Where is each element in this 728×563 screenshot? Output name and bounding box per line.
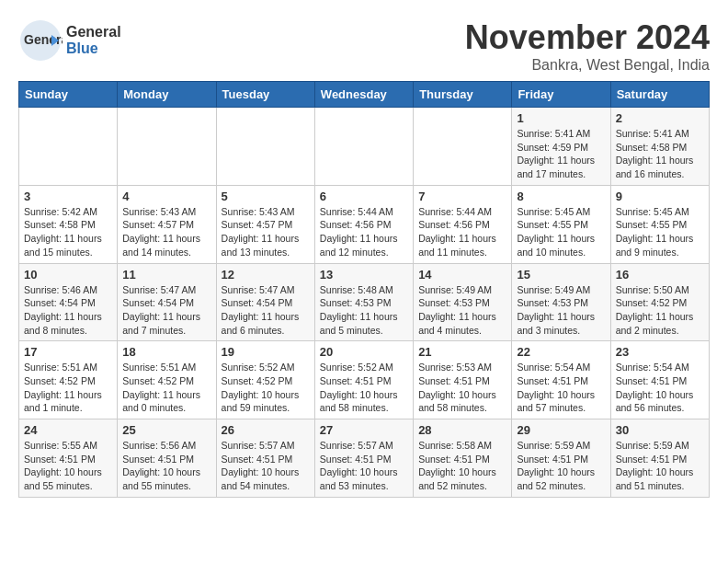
day-number: 6 <box>320 190 408 203</box>
calendar-table: Sunday Monday Tuesday Wednesday Thursday… <box>18 81 710 498</box>
day-info: Sunrise: 5:59 AMSunset: 4:51 PMDaylight:… <box>517 439 605 493</box>
calendar-cell: 21Sunrise: 5:53 AMSunset: 4:51 PMDayligh… <box>414 341 512 419</box>
calendar-cell: 24Sunrise: 5:55 AMSunset: 4:51 PMDayligh… <box>19 419 118 498</box>
day-number: 8 <box>517 190 605 203</box>
calendar-cell: 3Sunrise: 5:42 AMSunset: 4:58 PMDaylight… <box>19 185 118 263</box>
day-info: Sunrise: 5:57 AMSunset: 4:51 PMDaylight:… <box>222 439 310 493</box>
day-number: 16 <box>616 268 704 282</box>
day-info: Sunrise: 5:50 AMSunset: 4:52 PMDaylight:… <box>616 283 704 338</box>
day-info: Sunrise: 5:41 AMSunset: 4:58 PMDaylight:… <box>616 127 704 181</box>
day-info: Sunrise: 5:43 AMSunset: 4:57 PMDaylight:… <box>222 205 310 259</box>
calendar-cell <box>118 108 216 186</box>
calendar-cell: 11Sunrise: 5:47 AMSunset: 4:54 PMDayligh… <box>118 263 216 341</box>
col-monday: Monday <box>118 82 216 108</box>
calendar-header-row: Sunday Monday Tuesday Wednesday Thursday… <box>19 82 710 108</box>
calendar-week-row: 17Sunrise: 5:51 AMSunset: 4:52 PMDayligh… <box>19 341 710 419</box>
calendar-week-row: 1Sunrise: 5:41 AMSunset: 4:59 PMDaylight… <box>19 108 710 186</box>
calendar-cell: 8Sunrise: 5:45 AMSunset: 4:55 PMDaylight… <box>512 185 610 263</box>
day-info: Sunrise: 5:59 AMSunset: 4:51 PMDaylight:… <box>616 439 704 493</box>
day-info: Sunrise: 5:49 AMSunset: 4:53 PMDaylight:… <box>418 283 506 338</box>
calendar-week-row: 10Sunrise: 5:46 AMSunset: 4:54 PMDayligh… <box>19 263 710 341</box>
calendar-cell: 13Sunrise: 5:48 AMSunset: 4:53 PMDayligh… <box>314 263 413 341</box>
day-number: 29 <box>517 423 605 437</box>
calendar-cell: 17Sunrise: 5:51 AMSunset: 4:52 PMDayligh… <box>19 341 118 419</box>
day-number: 26 <box>222 423 310 437</box>
day-info: Sunrise: 5:44 AMSunset: 4:56 PMDaylight:… <box>418 205 506 259</box>
calendar-cell: 4Sunrise: 5:43 AMSunset: 4:57 PMDaylight… <box>118 185 216 263</box>
day-number: 19 <box>222 345 310 359</box>
day-info: Sunrise: 5:54 AMSunset: 4:51 PMDaylight:… <box>517 361 605 415</box>
day-info: Sunrise: 5:52 AMSunset: 4:52 PMDaylight:… <box>222 361 310 415</box>
day-number: 12 <box>222 268 310 282</box>
day-number: 3 <box>24 190 112 203</box>
calendar-cell: 5Sunrise: 5:43 AMSunset: 4:57 PMDaylight… <box>216 185 314 263</box>
day-info: Sunrise: 5:52 AMSunset: 4:51 PMDaylight:… <box>320 361 408 415</box>
day-info: Sunrise: 5:47 AMSunset: 4:54 PMDaylight:… <box>222 283 310 338</box>
day-info: Sunrise: 5:43 AMSunset: 4:57 PMDaylight:… <box>122 205 210 259</box>
page-container: General General Blue November 2024 Bankr… <box>0 0 728 507</box>
col-saturday: Saturday <box>610 82 709 108</box>
day-number: 14 <box>418 268 506 282</box>
day-info: Sunrise: 5:56 AMSunset: 4:51 PMDaylight:… <box>122 439 210 493</box>
day-number: 2 <box>616 111 704 125</box>
day-info: Sunrise: 5:41 AMSunset: 4:59 PMDaylight:… <box>517 127 605 181</box>
day-number: 4 <box>122 190 210 203</box>
day-number: 11 <box>122 268 210 282</box>
day-info: Sunrise: 5:48 AMSunset: 4:53 PMDaylight:… <box>320 283 408 338</box>
calendar-cell: 12Sunrise: 5:47 AMSunset: 4:54 PMDayligh… <box>216 263 314 341</box>
calendar-week-row: 3Sunrise: 5:42 AMSunset: 4:58 PMDaylight… <box>19 185 710 263</box>
calendar-cell: 14Sunrise: 5:49 AMSunset: 4:53 PMDayligh… <box>414 263 512 341</box>
logo: General General Blue <box>18 18 121 63</box>
col-wednesday: Wednesday <box>314 82 413 108</box>
calendar-cell: 28Sunrise: 5:58 AMSunset: 4:51 PMDayligh… <box>414 419 512 498</box>
calendar-cell: 19Sunrise: 5:52 AMSunset: 4:52 PMDayligh… <box>216 341 314 419</box>
calendar-cell <box>314 108 413 186</box>
day-number: 1 <box>517 111 605 125</box>
day-info: Sunrise: 5:58 AMSunset: 4:51 PMDaylight:… <box>418 439 506 493</box>
day-number: 18 <box>122 345 210 359</box>
col-thursday: Thursday <box>414 82 512 108</box>
day-info: Sunrise: 5:54 AMSunset: 4:51 PMDaylight:… <box>616 361 704 415</box>
calendar-cell: 10Sunrise: 5:46 AMSunset: 4:54 PMDayligh… <box>19 263 118 341</box>
calendar-cell: 30Sunrise: 5:59 AMSunset: 4:51 PMDayligh… <box>610 419 709 498</box>
header: General General Blue November 2024 Bankr… <box>18 18 710 74</box>
day-number: 17 <box>24 345 112 359</box>
day-info: Sunrise: 5:46 AMSunset: 4:54 PMDaylight:… <box>24 283 112 338</box>
calendar-cell: 2Sunrise: 5:41 AMSunset: 4:58 PMDaylight… <box>610 108 709 186</box>
day-number: 20 <box>320 345 408 359</box>
calendar-cell <box>19 108 118 186</box>
calendar-cell: 29Sunrise: 5:59 AMSunset: 4:51 PMDayligh… <box>512 419 610 498</box>
col-friday: Friday <box>512 82 610 108</box>
calendar-cell <box>216 108 314 186</box>
day-info: Sunrise: 5:53 AMSunset: 4:51 PMDaylight:… <box>418 361 506 415</box>
calendar-cell: 7Sunrise: 5:44 AMSunset: 4:56 PMDaylight… <box>414 185 512 263</box>
day-info: Sunrise: 5:47 AMSunset: 4:54 PMDaylight:… <box>122 283 210 338</box>
calendar-cell <box>414 108 512 186</box>
calendar-cell: 15Sunrise: 5:49 AMSunset: 4:53 PMDayligh… <box>512 263 610 341</box>
day-number: 13 <box>320 268 408 282</box>
location: Bankra, West Bengal, India <box>465 57 710 74</box>
month-title: November 2024 <box>465 18 710 57</box>
calendar-cell: 20Sunrise: 5:52 AMSunset: 4:51 PMDayligh… <box>314 341 413 419</box>
day-number: 9 <box>616 190 704 203</box>
day-info: Sunrise: 5:55 AMSunset: 4:51 PMDaylight:… <box>24 439 112 493</box>
calendar-cell: 9Sunrise: 5:45 AMSunset: 4:55 PMDaylight… <box>610 185 709 263</box>
day-info: Sunrise: 5:49 AMSunset: 4:53 PMDaylight:… <box>517 283 605 338</box>
day-number: 5 <box>222 190 310 203</box>
day-info: Sunrise: 5:45 AMSunset: 4:55 PMDaylight:… <box>517 205 605 259</box>
logo-general: General <box>66 24 121 40</box>
logo-blue: Blue <box>66 40 121 57</box>
calendar-cell: 26Sunrise: 5:57 AMSunset: 4:51 PMDayligh… <box>216 419 314 498</box>
day-info: Sunrise: 5:51 AMSunset: 4:52 PMDaylight:… <box>24 361 112 415</box>
day-number: 7 <box>418 190 506 203</box>
day-number: 23 <box>616 345 704 359</box>
day-number: 25 <box>122 423 210 437</box>
day-info: Sunrise: 5:42 AMSunset: 4:58 PMDaylight:… <box>24 205 112 259</box>
day-number: 22 <box>517 345 605 359</box>
day-info: Sunrise: 5:44 AMSunset: 4:56 PMDaylight:… <box>320 205 408 259</box>
day-number: 10 <box>24 268 112 282</box>
day-info: Sunrise: 5:57 AMSunset: 4:51 PMDaylight:… <box>320 439 408 493</box>
day-number: 30 <box>616 423 704 437</box>
day-number: 27 <box>320 423 408 437</box>
calendar-cell: 27Sunrise: 5:57 AMSunset: 4:51 PMDayligh… <box>314 419 413 498</box>
